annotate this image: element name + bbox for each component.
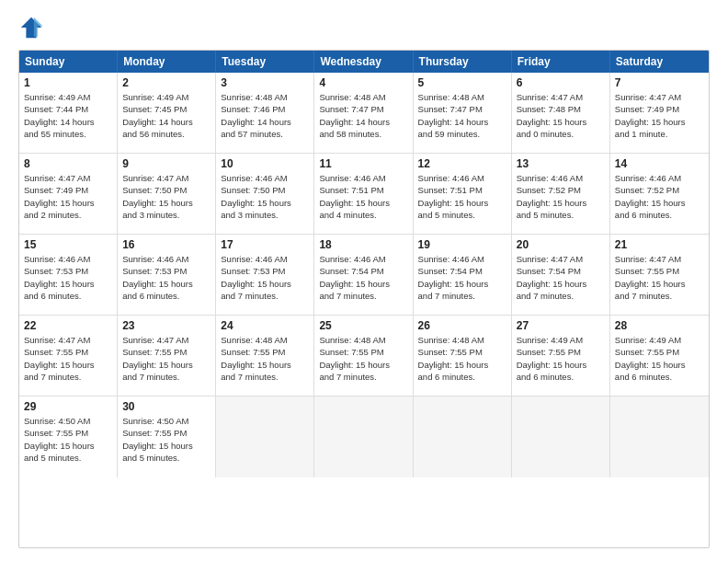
day-number: 25	[319, 319, 407, 332]
day-number: 11	[319, 157, 407, 170]
day-number: 3	[221, 76, 309, 89]
day-info: Sunrise: 4:46 AM Sunset: 7:51 PM Dayligh…	[319, 172, 407, 221]
calendar-row-0: 1Sunrise: 4:49 AM Sunset: 7:44 PM Daylig…	[19, 73, 709, 154]
header-cell-tuesday: Tuesday	[216, 51, 314, 73]
day-number: 28	[615, 319, 704, 332]
day-number: 14	[615, 157, 704, 170]
day-number: 7	[615, 76, 704, 89]
day-cell-26: 26Sunrise: 4:48 AM Sunset: 7:55 PM Dayli…	[414, 316, 512, 396]
day-cell-6: 6Sunrise: 4:47 AM Sunset: 7:48 PM Daylig…	[512, 73, 610, 153]
day-number: 13	[517, 157, 605, 170]
calendar-row-1: 8Sunrise: 4:47 AM Sunset: 7:49 PM Daylig…	[19, 154, 709, 235]
day-number: 6	[517, 76, 605, 89]
day-cell-14: 14Sunrise: 4:46 AM Sunset: 7:52 PM Dayli…	[610, 154, 709, 234]
day-cell-18: 18Sunrise: 4:46 AM Sunset: 7:54 PM Dayli…	[314, 235, 413, 315]
logo-icon	[18, 15, 44, 40]
day-number: 30	[122, 400, 210, 413]
day-cell-13: 13Sunrise: 4:46 AM Sunset: 7:52 PM Dayli…	[512, 154, 610, 234]
day-number: 10	[221, 157, 309, 170]
header-cell-monday: Monday	[118, 51, 216, 73]
day-cell-30: 30Sunrise: 4:50 AM Sunset: 7:55 PM Dayli…	[118, 396, 216, 477]
day-info: Sunrise: 4:50 AM Sunset: 7:55 PM Dayligh…	[122, 415, 210, 464]
header-cell-wednesday: Wednesday	[314, 51, 413, 73]
day-cell-17: 17Sunrise: 4:46 AM Sunset: 7:53 PM Dayli…	[216, 235, 314, 315]
day-info: Sunrise: 4:47 AM Sunset: 7:55 PM Dayligh…	[122, 334, 210, 383]
day-number: 16	[122, 238, 210, 251]
day-info: Sunrise: 4:48 AM Sunset: 7:47 PM Dayligh…	[418, 91, 506, 140]
day-number: 21	[615, 238, 704, 251]
day-number: 2	[122, 76, 210, 89]
calendar-row-4: 29Sunrise: 4:50 AM Sunset: 7:55 PM Dayli…	[19, 396, 709, 477]
day-number: 5	[418, 76, 506, 89]
header-cell-friday: Friday	[512, 51, 610, 73]
day-info: Sunrise: 4:47 AM Sunset: 7:55 PM Dayligh…	[24, 334, 112, 383]
calendar: SundayMondayTuesdayWednesdayThursdayFrid…	[18, 50, 710, 548]
day-info: Sunrise: 4:46 AM Sunset: 7:52 PM Dayligh…	[517, 172, 605, 221]
day-info: Sunrise: 4:49 AM Sunset: 7:44 PM Dayligh…	[24, 91, 112, 140]
day-cell-15: 15Sunrise: 4:46 AM Sunset: 7:53 PM Dayli…	[19, 235, 118, 315]
day-info: Sunrise: 4:46 AM Sunset: 7:53 PM Dayligh…	[221, 253, 309, 302]
calendar-row-2: 15Sunrise: 4:46 AM Sunset: 7:53 PM Dayli…	[19, 235, 709, 316]
day-cell-10: 10Sunrise: 4:46 AM Sunset: 7:50 PM Dayli…	[216, 154, 314, 234]
day-info: Sunrise: 4:47 AM Sunset: 7:55 PM Dayligh…	[615, 253, 704, 302]
day-info: Sunrise: 4:50 AM Sunset: 7:55 PM Dayligh…	[24, 415, 112, 464]
svg-marker-0	[21, 17, 41, 38]
day-cell-3: 3Sunrise: 4:48 AM Sunset: 7:46 PM Daylig…	[216, 73, 314, 153]
top-section	[18, 15, 710, 40]
day-number: 15	[24, 238, 112, 251]
day-number: 17	[221, 238, 309, 251]
day-cell-8: 8Sunrise: 4:47 AM Sunset: 7:49 PM Daylig…	[19, 154, 118, 234]
calendar-row-3: 22Sunrise: 4:47 AM Sunset: 7:55 PM Dayli…	[19, 316, 709, 396]
day-number: 18	[319, 238, 407, 251]
day-cell-5: 5Sunrise: 4:48 AM Sunset: 7:47 PM Daylig…	[414, 73, 512, 153]
calendar-header: SundayMondayTuesdayWednesdayThursdayFrid…	[19, 51, 709, 73]
day-number: 12	[418, 157, 506, 170]
day-number: 9	[122, 157, 210, 170]
empty-cell	[216, 396, 314, 477]
day-cell-25: 25Sunrise: 4:48 AM Sunset: 7:55 PM Dayli…	[314, 316, 413, 396]
day-cell-27: 27Sunrise: 4:49 AM Sunset: 7:55 PM Dayli…	[512, 316, 610, 396]
day-info: Sunrise: 4:46 AM Sunset: 7:53 PM Dayligh…	[122, 253, 210, 302]
day-cell-28: 28Sunrise: 4:49 AM Sunset: 7:55 PM Dayli…	[610, 316, 709, 396]
day-cell-16: 16Sunrise: 4:46 AM Sunset: 7:53 PM Dayli…	[118, 235, 216, 315]
day-cell-24: 24Sunrise: 4:48 AM Sunset: 7:55 PM Dayli…	[216, 316, 314, 396]
day-info: Sunrise: 4:49 AM Sunset: 7:55 PM Dayligh…	[615, 334, 704, 383]
day-info: Sunrise: 4:47 AM Sunset: 7:50 PM Dayligh…	[122, 172, 210, 221]
day-info: Sunrise: 4:47 AM Sunset: 7:48 PM Dayligh…	[517, 91, 605, 140]
day-info: Sunrise: 4:48 AM Sunset: 7:55 PM Dayligh…	[418, 334, 506, 383]
day-number: 20	[517, 238, 605, 251]
day-number: 1	[24, 76, 112, 89]
empty-cell	[512, 396, 610, 477]
logo	[18, 15, 48, 40]
day-cell-21: 21Sunrise: 4:47 AM Sunset: 7:55 PM Dayli…	[610, 235, 709, 315]
day-cell-1: 1Sunrise: 4:49 AM Sunset: 7:44 PM Daylig…	[19, 73, 118, 153]
day-info: Sunrise: 4:46 AM Sunset: 7:51 PM Dayligh…	[418, 172, 506, 221]
day-cell-7: 7Sunrise: 4:47 AM Sunset: 7:49 PM Daylig…	[610, 73, 709, 153]
day-info: Sunrise: 4:48 AM Sunset: 7:46 PM Dayligh…	[221, 91, 309, 140]
day-info: Sunrise: 4:47 AM Sunset: 7:49 PM Dayligh…	[24, 172, 112, 221]
header-cell-sunday: Sunday	[19, 51, 118, 73]
day-info: Sunrise: 4:47 AM Sunset: 7:49 PM Dayligh…	[615, 91, 704, 140]
empty-cell	[610, 396, 709, 477]
day-info: Sunrise: 4:46 AM Sunset: 7:53 PM Dayligh…	[24, 253, 112, 302]
calendar-body: 1Sunrise: 4:49 AM Sunset: 7:44 PM Daylig…	[19, 73, 709, 477]
day-cell-23: 23Sunrise: 4:47 AM Sunset: 7:55 PM Dayli…	[118, 316, 216, 396]
day-number: 23	[122, 319, 210, 332]
day-info: Sunrise: 4:48 AM Sunset: 7:47 PM Dayligh…	[319, 91, 407, 140]
day-info: Sunrise: 4:47 AM Sunset: 7:54 PM Dayligh…	[517, 253, 605, 302]
page: SundayMondayTuesdayWednesdayThursdayFrid…	[0, 0, 728, 563]
day-info: Sunrise: 4:46 AM Sunset: 7:54 PM Dayligh…	[418, 253, 506, 302]
day-cell-22: 22Sunrise: 4:47 AM Sunset: 7:55 PM Dayli…	[19, 316, 118, 396]
day-cell-4: 4Sunrise: 4:48 AM Sunset: 7:47 PM Daylig…	[314, 73, 413, 153]
day-number: 26	[418, 319, 506, 332]
day-number: 19	[418, 238, 506, 251]
day-number: 27	[517, 319, 605, 332]
empty-cell	[314, 396, 413, 477]
empty-cell	[414, 396, 512, 477]
day-cell-29: 29Sunrise: 4:50 AM Sunset: 7:55 PM Dayli…	[19, 396, 118, 477]
day-info: Sunrise: 4:49 AM Sunset: 7:45 PM Dayligh…	[122, 91, 210, 140]
day-number: 4	[319, 76, 407, 89]
day-info: Sunrise: 4:46 AM Sunset: 7:50 PM Dayligh…	[221, 172, 309, 221]
day-number: 29	[24, 400, 112, 413]
day-cell-12: 12Sunrise: 4:46 AM Sunset: 7:51 PM Dayli…	[414, 154, 512, 234]
